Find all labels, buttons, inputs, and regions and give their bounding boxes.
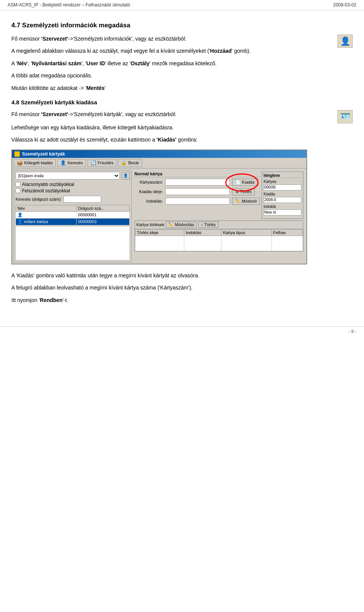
normal-card-title: Normál kártya bbox=[135, 171, 260, 177]
indokla-label: Indoklá bbox=[264, 205, 301, 209]
section-47-heading: 4.7 Személyzeti információk megadása bbox=[11, 22, 353, 29]
col-dolgozo-header: Dolgozó szá... bbox=[76, 205, 129, 211]
delete-torles-label: Törlés bbox=[204, 222, 216, 227]
person-icon-1: 👤 bbox=[17, 212, 23, 217]
checkbox-lower[interactable] bbox=[16, 182, 20, 187]
col-nev-header: Név bbox=[16, 205, 77, 211]
checkbox-dismissed-label: Felszámolt osztályokkal bbox=[22, 188, 70, 194]
row1-nev: 👤 bbox=[16, 211, 77, 218]
modosit-label: Módosít bbox=[242, 199, 257, 203]
section-48-para1: Fő menüsor 'Szervezet'->'Személyzeti kár… bbox=[11, 110, 353, 118]
kiad-label: Kiadás bbox=[242, 180, 255, 184]
bundle-issue-label: Kötegelt kiadás bbox=[24, 160, 53, 165]
del-row-kartya bbox=[221, 236, 271, 251]
kiad-date-input[interactable] bbox=[165, 188, 230, 195]
delete-torles-icon: ↑ bbox=[201, 222, 203, 227]
header-date: 2008-03-02 bbox=[333, 2, 356, 8]
del-col-indoklas: Indoklás bbox=[184, 229, 221, 236]
cards-row: Normál kártya Kártyaszám: 📄 Kiadás bbox=[135, 171, 303, 219]
header-title: ASM-ACRS_IP - Beléptető rendszer – Felha… bbox=[8, 2, 130, 8]
indoklas-row: Indoklás: ✏️ Módosít bbox=[135, 198, 260, 205]
checkbox-lower-label: Alacsonyabb osztályokkal bbox=[22, 182, 74, 187]
person-icon-2: 👤 bbox=[17, 219, 23, 224]
kartya-szam-input[interactable] bbox=[165, 179, 230, 186]
page-number: - 9 - bbox=[348, 329, 356, 334]
checkbox-dismissed[interactable] bbox=[16, 188, 20, 193]
row2-dolgozo: 00000003 bbox=[76, 218, 129, 225]
table-row[interactable]: 👤 mifare kártya 00000003 bbox=[16, 218, 130, 225]
toolbar-icon-48: 🪪 bbox=[337, 110, 353, 123]
kiad-button[interactable]: 📄 Kiadás bbox=[232, 179, 258, 186]
search-row: Keresés (dolgozó szám): bbox=[16, 196, 130, 203]
department-select[interactable]: [01]asm iroda bbox=[16, 172, 120, 179]
app-title-text: Személyzeti kártyák bbox=[22, 151, 65, 157]
refresh-button[interactable]: 🔄 Frissítés bbox=[88, 159, 117, 167]
department-row: [01]asm iroda 👤 bbox=[16, 172, 130, 179]
kiad-right-date: 2008-0 bbox=[264, 197, 301, 203]
search-row-label: Keresés (dolgozó szám): bbox=[16, 197, 62, 201]
delete-section: Kártya törlések ✏️ Módosítás ↑ Törlés bbox=[135, 220, 303, 252]
indoklas-input[interactable] bbox=[165, 198, 230, 205]
indokla-value: New st bbox=[264, 209, 301, 216]
section-47-para5: Miután kitöltötte az adatokat -> 'Mentés… bbox=[11, 84, 353, 92]
del-row-torles bbox=[135, 236, 184, 251]
kiad-right-label: Kiadás bbox=[264, 192, 301, 196]
kiad-date-label: Kiadás ideje: bbox=[135, 189, 163, 194]
torles-icon: ⊘ bbox=[235, 189, 239, 194]
torles-button[interactable]: ⊘ Törlés bbox=[232, 188, 255, 195]
torles-label: Törlés bbox=[240, 189, 252, 194]
row1-dolgozo: 00000001 bbox=[76, 211, 129, 218]
section-48-para3: Válassza ki az adott osztályt és személy… bbox=[11, 135, 353, 144]
close-label: Bezár bbox=[128, 160, 139, 165]
modositas-icon: ✏️ bbox=[168, 222, 174, 227]
delete-section-title: Kártya törlések bbox=[136, 222, 164, 227]
search-label: Keresés bbox=[67, 160, 83, 165]
app-body: [01]asm iroda 👤 Alacsonyabb osztályokkal… bbox=[12, 168, 306, 264]
modosit-button[interactable]: ✏️ Módosít bbox=[232, 198, 260, 205]
ideiglenes-panel: Ideiglene Kártyas 00005l Kiadás 2008-0 I… bbox=[262, 171, 303, 219]
checkbox-lower-row: Alacsonyabb osztályokkal bbox=[16, 182, 130, 187]
search-button[interactable]: 👤 Keresés bbox=[57, 159, 86, 167]
section-47-para3: A 'Név', 'Nyilvántartási szám', 'User ID… bbox=[11, 59, 353, 68]
right-panel: Normál kártya Kártyaszám: 📄 Kiadás bbox=[133, 170, 305, 262]
bundle-issue-button[interactable]: 📦 Kötegelt kiadás bbox=[14, 159, 56, 167]
employee-list-table: Név Dolgozó szá... 👤 00000001 bbox=[16, 205, 130, 225]
close-icon: 🔒 bbox=[121, 160, 127, 165]
section-48-heading: 4.8 Személyzeti kártyák kiadása bbox=[11, 99, 353, 105]
section-47: 4.7 Személyzeti információk megadása 👤 F… bbox=[11, 22, 353, 92]
checkbox-dismissed-row: Felszámolt osztályokkal bbox=[16, 188, 130, 194]
ideiglenes-title: Ideiglene bbox=[264, 173, 301, 178]
app-toolbar: 📦 Kötegelt kiadás 👤 Keresés 🔄 Frissítés … bbox=[12, 158, 306, 168]
toolbar-icon-47: 👤 bbox=[337, 35, 353, 48]
modositas-button[interactable]: ✏️ Módosítás bbox=[166, 222, 197, 228]
left-panel: [01]asm iroda 👤 Alacsonyabb osztályokkal… bbox=[14, 170, 132, 262]
table-row[interactable]: 👤 00000001 bbox=[16, 211, 130, 218]
section-47-para4: A többi adat megadása opcionális. bbox=[11, 71, 353, 80]
section-48-para2: Lehetősége van egy kártya kiadására, ill… bbox=[11, 123, 353, 132]
employee-search-input[interactable] bbox=[63, 196, 101, 203]
kiad-date-row: Kiadás ideje: ⊘ Törlés bbox=[135, 188, 260, 195]
refresh-label: Frissítés bbox=[98, 160, 114, 165]
del-table-row bbox=[135, 236, 303, 251]
modosit-icon: ✏️ bbox=[235, 199, 241, 204]
section-47-para1-block: 👤 Fő menüsor 'Szervezet'->'Személyzeti i… bbox=[11, 35, 353, 59]
app-title-icon bbox=[14, 151, 20, 157]
kartyas-label: Kártyas bbox=[264, 179, 301, 184]
kartyas-value: 00005l bbox=[264, 184, 301, 190]
close-button[interactable]: 🔒 Bezár bbox=[118, 159, 142, 167]
empty-list-space bbox=[16, 226, 130, 260]
section-47-para1: Fő menüsor 'Szervezet'->'Személyzeti inf… bbox=[11, 35, 353, 43]
bundle-icon: 📦 bbox=[17, 160, 23, 166]
section-47-para2: A megjelenő ablakban válassza ki az oszt… bbox=[11, 47, 353, 55]
del-col-kartya: Kártya típus bbox=[221, 229, 271, 236]
modositas-label: Módosítás bbox=[175, 222, 194, 227]
footer-para2: A felugró ablakban leolvasható a megírni… bbox=[11, 283, 353, 292]
search-icon: 👤 bbox=[60, 160, 66, 165]
department-search-button[interactable]: 👤 bbox=[121, 172, 130, 179]
del-row-felhas bbox=[271, 236, 303, 251]
main-content: 4.7 Személyzeti információk megadása 👤 F… bbox=[0, 10, 364, 319]
delete-table: Törlés ideje Indoklás Kártya típus Felha… bbox=[135, 229, 303, 251]
delete-torles-button[interactable]: ↑ Törlés bbox=[198, 222, 218, 228]
del-row-indoklas bbox=[184, 236, 221, 251]
app-titlebar: Személyzeti kártyák bbox=[12, 150, 306, 158]
